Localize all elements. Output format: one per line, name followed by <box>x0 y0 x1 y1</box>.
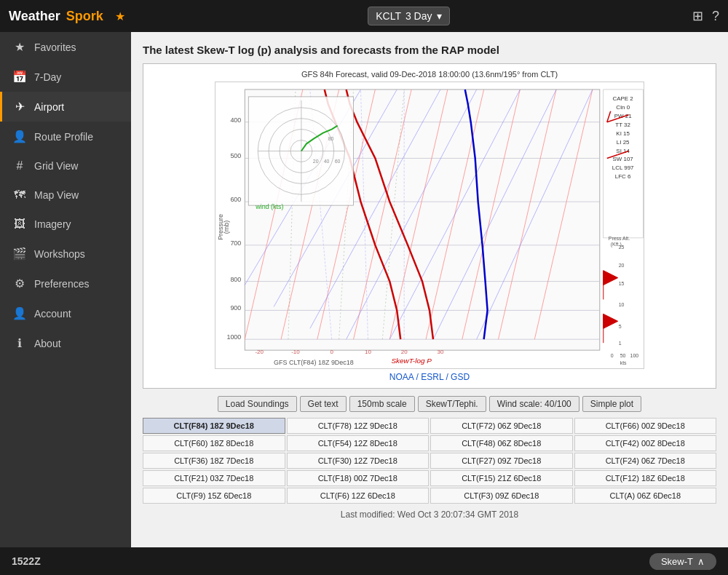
150mb-scale-button[interactable]: 150mb scale <box>349 396 415 412</box>
svg-text:wind (kts): wind (kts) <box>255 203 283 210</box>
app-header: WeatherSpork ★ KCLT 3 Day ▾ ⊞ ? <box>0 0 728 32</box>
svg-text:100: 100 <box>630 353 639 358</box>
sidebar: ★Favorites📅7-Day✈Airport👤Route Profile#G… <box>0 32 131 547</box>
load-soundings-button[interactable]: Load Soundings <box>218 396 297 412</box>
simple-plot-button[interactable]: Simple plot <box>582 396 641 412</box>
period-label: 3 Day <box>405 10 432 22</box>
logo-spork-text: Spork <box>66 9 103 24</box>
svg-text:15: 15 <box>619 281 625 286</box>
svg-text:400: 400 <box>230 116 241 124</box>
svg-marker-73 <box>604 271 618 285</box>
page-title: The latest Skew-T log (p) analysis and f… <box>143 44 716 56</box>
sounding-cell[interactable]: CLT(F21) 03Z 7Dec18 <box>143 470 285 486</box>
sounding-cell[interactable]: CLT(F60) 18Z 8Dec18 <box>143 435 285 451</box>
sounding-cell[interactable]: CLT(F54) 12Z 8Dec18 <box>287 435 430 451</box>
sidebar-label-airport: Airport <box>34 101 64 113</box>
sounding-cell[interactable]: CLT(F36) 18Z 7Dec18 <box>143 453 285 469</box>
airport-icon: ✈ <box>12 100 27 114</box>
last-modified: Last modified: Wed Oct 3 20:07:34 GMT 20… <box>143 509 716 520</box>
skewt-label: SkewT-log P <box>391 357 432 365</box>
header-icons-group: ⊞ ? <box>692 8 719 24</box>
svg-text:(Kft.): (Kft.) <box>611 242 622 247</box>
sounding-cell[interactable]: CLT(F15) 21Z 6Dec18 <box>430 470 573 486</box>
skewt-svg: 400 500 600 700 800 900 1000 Pressure (m… <box>215 82 644 369</box>
sidebar-item-7day[interactable]: 📅7-Day <box>0 62 131 92</box>
svg-text:20: 20 <box>619 263 625 268</box>
svg-text:5: 5 <box>619 324 622 329</box>
svg-text:1000: 1000 <box>226 333 241 341</box>
sidebar-item-route-profile[interactable]: 👤Route Profile <box>0 122 131 151</box>
preferences-icon: ⚙ <box>12 277 27 290</box>
sounding-cell[interactable]: CLT(F12) 18Z 6Dec18 <box>574 470 717 486</box>
sounding-cell[interactable]: CLT(F66) 00Z 9Dec18 <box>574 418 717 434</box>
workshops-icon: 🎬 <box>12 247 27 261</box>
svg-text:500: 500 <box>230 152 241 159</box>
svg-text:LI 25: LI 25 <box>617 139 630 146</box>
route-profile-icon: 👤 <box>12 130 27 143</box>
sounding-cell[interactable]: CLT(F9) 15Z 6Dec18 <box>143 488 285 504</box>
sounding-cell[interactable]: CLT(F78) 12Z 9Dec18 <box>287 418 430 434</box>
chart-subtitle: GFS 84h Forecast, valid 09-Dec-2018 18:0… <box>149 70 710 79</box>
sounding-cell[interactable]: CLT(F27) 09Z 7Dec18 <box>430 453 573 469</box>
svg-text:LFC 6: LFC 6 <box>615 173 631 180</box>
sidebar-label-account: Account <box>34 308 71 320</box>
sidebar-item-airport[interactable]: ✈Airport <box>0 92 131 122</box>
sidebar-item-account[interactable]: 👤Account <box>0 298 131 328</box>
sounding-cell[interactable]: CLT(F6) 12Z 6Dec18 <box>287 488 430 504</box>
svg-text:(mb): (mb) <box>223 221 230 234</box>
station-selector-group: KCLT 3 Day ▾ <box>368 7 449 25</box>
svg-text:0: 0 <box>611 353 614 358</box>
sounding-cell[interactable]: CLT(F3) 09Z 6Dec18 <box>430 488 573 504</box>
svg-text:50: 50 <box>620 353 626 358</box>
footer-mode-label: Skew-T <box>661 556 693 567</box>
7day-icon: 📅 <box>12 70 27 84</box>
skewt-tephi-button[interactable]: SkewT/Tephi. <box>418 396 486 412</box>
svg-text:800: 800 <box>230 276 241 283</box>
svg-text:10: 10 <box>619 302 625 307</box>
sidebar-item-grid-view[interactable]: #Grid View <box>0 151 131 181</box>
sidebar-item-about[interactable]: ℹAbout <box>0 328 131 358</box>
svg-text:SW 107: SW 107 <box>613 156 634 162</box>
footer-mode-button[interactable]: Skew-T ∧ <box>649 553 716 570</box>
sidebar-label-map-view: Map View <box>34 189 79 201</box>
svg-text:-20: -20 <box>255 349 264 355</box>
wind-scale-button[interactable]: Wind scale: 40/100 <box>489 396 579 412</box>
sounding-cell[interactable]: CLT(F72) 06Z 9Dec18 <box>430 418 573 434</box>
svg-text:600: 600 <box>230 196 241 203</box>
sounding-cell[interactable]: CLT(F48) 06Z 8Dec18 <box>430 435 573 451</box>
help-icon[interactable]: ? <box>712 9 719 24</box>
sounding-cell[interactable]: CLT(F84) 18Z 9Dec18 <box>143 418 285 434</box>
get-text-button[interactable]: Get text <box>300 396 347 412</box>
sidebar-item-preferences[interactable]: ⚙Preferences <box>0 269 131 298</box>
sidebar-item-favorites[interactable]: ★Favorites <box>0 32 131 62</box>
svg-text:20: 20 <box>401 349 408 355</box>
layers-icon[interactable]: ⊞ <box>692 8 703 24</box>
sounding-cell[interactable]: CLT(F24) 06Z 7Dec18 <box>574 453 717 469</box>
sounding-cell[interactable]: CLT(F18) 00Z 7Dec18 <box>287 470 430 486</box>
grid-view-icon: # <box>12 159 27 172</box>
svg-rect-57 <box>604 90 644 238</box>
sidebar-item-imagery[interactable]: 🖼Imagery <box>0 210 131 239</box>
imagery-icon: 🖼 <box>12 218 27 231</box>
sidebar-item-workshops[interactable]: 🎬Workshops <box>0 239 131 269</box>
svg-text:0: 0 <box>330 349 333 355</box>
favorites-star-icon[interactable]: ★ <box>115 9 125 23</box>
map-view-icon: 🗺 <box>12 189 27 202</box>
sounding-cell[interactable]: CLT(F42) 00Z 8Dec18 <box>574 435 717 451</box>
sidebar-label-grid-view: Grid View <box>34 160 78 172</box>
svg-text:TT 32: TT 32 <box>615 122 630 128</box>
favorites-icon: ★ <box>12 40 27 54</box>
sounding-cell[interactable]: CLT(F30) 12Z 7Dec18 <box>287 453 430 469</box>
footer-time: 1522Z <box>12 555 41 567</box>
sidebar-item-map-view[interactable]: 🗺Map View <box>0 181 131 210</box>
sounding-cell[interactable]: CLT(A) 06Z 6Dec18 <box>574 488 717 504</box>
sidebar-label-imagery: Imagery <box>34 218 71 230</box>
sidebar-label-preferences: Preferences <box>34 278 89 290</box>
station-selector[interactable]: KCLT 3 Day ▾ <box>368 7 449 25</box>
svg-text:10: 10 <box>365 349 371 355</box>
gfs-label: GFS CLT(F84) 18Z 9Dec18 <box>274 359 354 366</box>
svg-text:900: 900 <box>230 304 241 312</box>
svg-text:-10: -10 <box>291 349 300 355</box>
noaa-label: NOAA / ESRL / GSD <box>149 372 710 382</box>
svg-text:80: 80 <box>328 136 334 141</box>
